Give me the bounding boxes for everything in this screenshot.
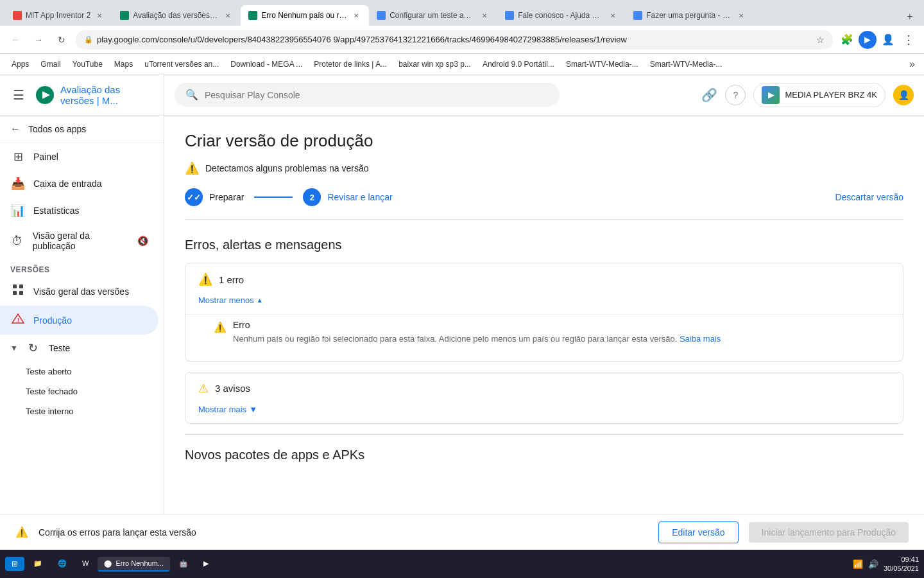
taskbar-android-studio[interactable]: 🤖 — [173, 557, 194, 572]
step-revisar-circle: 2 — [303, 188, 321, 206]
address-text: play.google.com/console/u/0/developers/8… — [97, 35, 812, 44]
browser-tab-3[interactable]: Configurar um teste aber... ✕ — [369, 5, 497, 26]
show-less-toggle[interactable]: Mostrar menos ▲ — [185, 295, 903, 314]
taskbar-word[interactable]: W — [76, 557, 95, 571]
app-layout: ☰ Avaliação das versões | M... ← Todos o… — [0, 74, 924, 521]
warning-header[interactable]: ⚠ 3 avisos — [185, 372, 903, 405]
bookmark-item-10[interactable]: Smart-WTV-Media-... — [645, 57, 728, 71]
bookmark-label-8: Android 9.0 Portátil... — [483, 60, 554, 69]
estatisticas-label: Estatísticas — [33, 206, 80, 216]
tab-favicon-1 — [120, 11, 129, 20]
new-tab-button[interactable]: + — [901, 8, 919, 26]
taskbar-chrome-label: Erro Nenhum... — [116, 559, 164, 567]
back-label: Todos os apps — [28, 124, 86, 134]
sidebar-item-estatisticas[interactable]: 📊 Estatísticas — [0, 197, 158, 224]
steps-row: ✓ Preparar 2 Revisar e lançar Descartar … — [185, 188, 903, 220]
sidebar-item-painel[interactable]: ⊞ Painel — [0, 143, 158, 170]
tab-close-1[interactable]: ✕ — [223, 10, 233, 21]
back-to-all-apps[interactable]: ← Todos os apps — [0, 116, 164, 143]
bookmark-item-5[interactable]: Download - MEGA ... — [225, 57, 307, 71]
reload-button[interactable]: ↻ — [53, 31, 71, 49]
more-bookmarks-button[interactable]: » — [907, 56, 918, 73]
sidebar-item-teste-fechado[interactable]: Teste fechado — [0, 381, 164, 401]
browser-tab-5[interactable]: Fazer uma pergunta - Co... ✕ — [626, 5, 754, 26]
tab-close-5[interactable]: ✕ — [736, 10, 746, 21]
back-button[interactable]: ← — [6, 31, 24, 49]
teste-aberto-label: Teste aberto — [26, 367, 72, 376]
clock-date: 30/05/2021 — [884, 564, 919, 573]
start-button[interactable]: ⊞ — [5, 557, 24, 571]
error-header[interactable]: ⚠️ 1 erro — [185, 263, 903, 295]
tab-label-4: Fale conosco - Ajuda do ... — [518, 11, 604, 20]
taskbar-clock: 09:41 30/05/2021 — [884, 555, 919, 574]
caixa-icon: 📥 — [10, 177, 26, 191]
bookmark-item-6[interactable]: Protetor de links | A... — [309, 57, 392, 71]
sidebar-item-producao[interactable]: ! Produção — [0, 306, 158, 335]
svg-rect-2 — [13, 285, 17, 288]
error-item: ⚠️ Erro Nenhum país ou região foi seleci… — [214, 320, 890, 346]
browser-tab-2[interactable]: Erro Nenhum país ou reg... ✕ — [241, 5, 369, 26]
search-container: 🔍 — [175, 83, 560, 107]
android-studio-icon: 🤖 — [179, 559, 188, 568]
help-button[interactable]: ? — [725, 85, 746, 105]
search-box[interactable]: 🔍 — [175, 83, 560, 107]
forward-button[interactable]: → — [30, 31, 47, 49]
bookmark-item-4[interactable]: uTorrent versões an... — [139, 57, 224, 71]
bookmark-item-2[interactable]: YouTube — [67, 57, 108, 71]
tab-close-4[interactable]: ✕ — [608, 10, 618, 21]
bookmark-item-0[interactable]: Apps — [6, 57, 34, 71]
browser-tab-0[interactable]: MIT App Inventor 2 ✕ — [5, 5, 112, 26]
tab-close-0[interactable]: ✕ — [94, 10, 105, 21]
bookmark-item-9[interactable]: Smart-WTV-Media-... — [561, 57, 644, 71]
show-more-label: Mostrar mais — [198, 405, 246, 414]
tab-favicon-4 — [505, 11, 514, 20]
profile-icon[interactable]: 👤 — [879, 31, 897, 49]
bookmark-item-1[interactable]: Gmail — [35, 57, 65, 71]
address-box[interactable]: 🔒 play.google.com/console/u/0/developers… — [76, 30, 833, 49]
menu-button[interactable]: ⋮ — [900, 31, 918, 49]
taskbar-cmd[interactable]: ▶ — [197, 557, 215, 572]
taskbar-edge[interactable]: 🌐 — [51, 557, 73, 572]
tab-label-2: Erro Nenhum país ou reg... — [261, 11, 347, 20]
bookmark-item-3[interactable]: Maps — [109, 57, 138, 71]
warning-banner-text: Detectamos alguns problemas na versão — [205, 163, 368, 173]
taskbar-explorer[interactable]: 📁 — [27, 557, 49, 572]
bookmark-item-8[interactable]: Android 9.0 Portátil... — [477, 57, 560, 71]
tab-close-3[interactable]: ✕ — [479, 10, 490, 21]
edge-icon: 🌐 — [58, 559, 67, 568]
teste-interno-label: Teste interno — [26, 407, 73, 416]
lock-icon: 🔒 — [84, 35, 93, 44]
discard-version-link[interactable]: Descartar versão — [835, 192, 903, 202]
learn-more-link[interactable]: Saiba mais — [680, 334, 721, 344]
sidebar-item-teste[interactable]: ▼ ↻ Teste — [0, 335, 164, 362]
tab-close-2[interactable]: ✕ — [351, 10, 361, 21]
step-preparar-label: Preparar — [209, 192, 244, 202]
browser-tab-4[interactable]: Fale conosco - Ajuda do ... ✕ — [497, 5, 626, 26]
link-icon[interactable]: 🔗 — [701, 87, 717, 103]
sidebar-item-caixa[interactable]: 📥 Caixa de entrada — [0, 170, 158, 197]
browser-tab-1[interactable]: Avaliação das versões | M... ✕ — [112, 5, 241, 26]
sidebar-item-teste-interno[interactable]: Teste interno — [0, 401, 164, 421]
bookmark-item-7[interactable]: baixar win xp sp3 p... — [393, 57, 476, 71]
app-chip[interactable]: ▶ MEDIA PLAYER BRZ 4K — [753, 83, 886, 107]
play-store-icon[interactable]: ▶ — [859, 31, 877, 49]
warning-block: ⚠ 3 avisos Mostrar mais ▼ — [185, 372, 903, 424]
estatisticas-icon: 📊 — [10, 204, 26, 218]
sidebar-item-visao[interactable]: ⏱ Visão geral da publicação 🔇 — [0, 224, 158, 258]
taskbar-chrome[interactable]: ⬤ Erro Nenhum... — [98, 557, 170, 572]
svg-rect-5 — [19, 291, 23, 295]
extensions-icon[interactable]: 🧩 — [838, 31, 856, 49]
show-more-toggle[interactable]: Mostrar mais ▼ — [185, 405, 903, 423]
user-avatar[interactable]: 👤 — [893, 85, 914, 105]
bookmark-label-1: Gmail — [40, 60, 60, 69]
packages-title: Novos pacotes de apps e APKs — [185, 448, 903, 462]
painel-label: Painel — [33, 152, 58, 162]
search-input[interactable] — [205, 90, 549, 100]
visao-versoes-icon — [10, 283, 26, 299]
bookmark-label-6: Protetor de links | A... — [314, 60, 387, 69]
bookmark-star-icon[interactable]: ☆ — [816, 35, 825, 45]
sidebar-item-teste-aberto[interactable]: Teste aberto — [0, 362, 164, 381]
hamburger-menu[interactable]: ☰ — [10, 85, 27, 105]
edit-version-button[interactable]: Editar versão — [658, 521, 738, 543]
sidebar-item-visao-versoes[interactable]: Visão geral das versões — [0, 277, 158, 306]
